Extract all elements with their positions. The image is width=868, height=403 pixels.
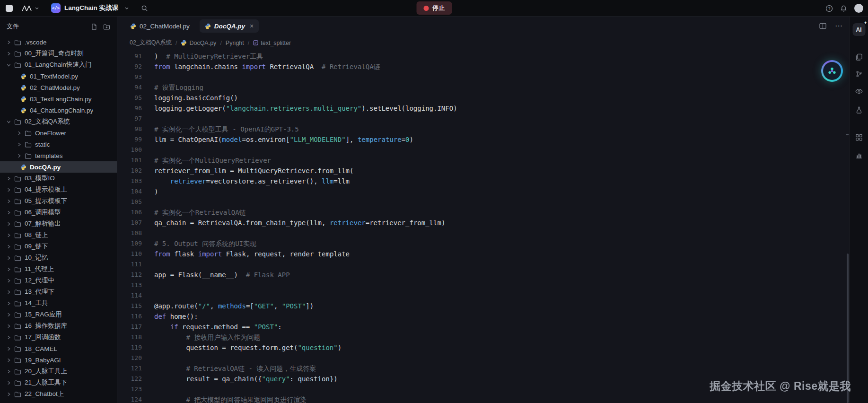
- code-line[interactable]: 92from langchain.chains import Retrieval…: [117, 61, 849, 72]
- tree-item[interactable]: 15_RAG应用: [0, 309, 117, 320]
- tree-item[interactable]: 12_代理中: [0, 275, 117, 286]
- chevron-right-icon[interactable]: [7, 313, 14, 317]
- code-line[interactable]: 96logging.getLogger("langchain.retriever…: [117, 103, 849, 114]
- code-line[interactable]: 116def home():: [117, 311, 849, 322]
- breadcrumb-item[interactable]: 02_文档QA系统: [130, 39, 172, 47]
- assistant-avatar[interactable]: [821, 60, 843, 82]
- tree-item[interactable]: 09_链下: [0, 241, 117, 252]
- code-line[interactable]: 101# 实例化一个MultiQueryRetriever: [117, 155, 849, 166]
- chevron-right-icon[interactable]: [7, 301, 14, 306]
- tree-item[interactable]: 16_操作数据库: [0, 320, 117, 332]
- code-line[interactable]: 124 # 把大模型的回答结果返回网页进行渲染: [117, 394, 849, 403]
- help-icon[interactable]: ?: [825, 5, 833, 12]
- tree-item[interactable]: 04_ChatLongChain.py: [0, 105, 117, 116]
- chevron-down-icon[interactable]: [7, 63, 14, 67]
- chevron-right-icon[interactable]: [7, 335, 14, 340]
- chevron-right-icon[interactable]: [7, 210, 14, 215]
- search-icon[interactable]: [141, 5, 148, 12]
- tree-item[interactable]: 18_CAMEL: [0, 343, 117, 354]
- stop-button[interactable]: 停止: [416, 1, 452, 15]
- breadcrumb-item[interactable]: DocQA.py: [181, 40, 216, 46]
- tree-item[interactable]: 07_解析输出: [0, 218, 117, 229]
- flask-icon[interactable]: [856, 106, 862, 114]
- window-icon[interactable]: [6, 5, 13, 12]
- chevron-right-icon[interactable]: [7, 188, 14, 192]
- editor-tab[interactable]: 02_ChatModel.py: [125, 20, 195, 33]
- workspace-switcher[interactable]: </> LangChain 实战课: [51, 3, 129, 13]
- code-line[interactable]: 94# 设置Logging: [117, 82, 849, 93]
- chevron-right-icon[interactable]: [7, 324, 14, 328]
- chevron-right-icon[interactable]: [7, 222, 14, 226]
- chevron-right-icon[interactable]: [7, 233, 14, 237]
- tree-item[interactable]: 02_文档QA系统: [0, 116, 117, 127]
- tree-item[interactable]: 00_开篇词_奇点时刻: [0, 48, 117, 59]
- code-line[interactable]: 112app = Flask(__name__) # Flask APP: [117, 270, 849, 280]
- code-line[interactable]: 115@app.route("/", methods=["GET", "POST…: [117, 301, 849, 311]
- eye-icon[interactable]: [855, 88, 863, 94]
- chevron-down-icon[interactable]: [35, 7, 39, 9]
- chevron-right-icon[interactable]: [7, 256, 14, 260]
- code-line[interactable]: 105: [117, 197, 849, 207]
- chevron-right-icon[interactable]: [7, 176, 14, 181]
- chevron-down-icon[interactable]: [7, 120, 14, 124]
- code-line[interactable]: 119 question = request.form.get("questio…: [117, 342, 849, 353]
- chevron-right-icon[interactable]: [7, 290, 14, 294]
- code-line[interactable]: 97: [117, 114, 849, 124]
- chevron-right-icon[interactable]: [7, 52, 14, 56]
- code-line[interactable]: 108: [117, 228, 849, 238]
- tree-item[interactable]: 01_LangChain快速入门: [0, 59, 117, 70]
- code-line[interactable]: 93: [117, 72, 849, 82]
- chevron-right-icon[interactable]: [7, 358, 14, 362]
- chevron-right-icon[interactable]: [7, 279, 14, 283]
- code-line[interactable]: 95logging.basicConfig(): [117, 93, 849, 103]
- tree-item[interactable]: static: [0, 139, 117, 150]
- code-line[interactable]: 99llm = ChatOpenAI(model=os.environ["LLM…: [117, 134, 849, 145]
- code-line[interactable]: 114: [117, 290, 849, 301]
- tree-item[interactable]: 13_代理下: [0, 286, 117, 298]
- tree-item[interactable]: 17_回调函数: [0, 332, 117, 343]
- tree-item[interactable]: 04_提示模板上: [0, 184, 117, 195]
- chevron-right-icon[interactable]: [7, 199, 14, 203]
- tree-item[interactable]: .vscode: [0, 36, 117, 48]
- tree-item[interactable]: 03_TextLangChain.py: [0, 93, 117, 105]
- code-line[interactable]: 120: [117, 353, 849, 363]
- new-file-icon[interactable]: [91, 23, 97, 30]
- files-icon[interactable]: [855, 53, 862, 61]
- grid-icon[interactable]: [855, 134, 862, 141]
- tree-item[interactable]: 10_记忆: [0, 252, 117, 263]
- tree-item[interactable]: 08_链上: [0, 229, 117, 241]
- code-line[interactable]: 103 retriever=vectorstore.as_retriever()…: [117, 176, 849, 186]
- tree-item-selected[interactable]: DocQA.py: [0, 161, 117, 173]
- chevron-right-icon[interactable]: [7, 347, 14, 351]
- code-line[interactable]: 91) # MultiQueryRetriever工具: [117, 51, 849, 61]
- tree-item[interactable]: 02_ChatModel.py: [0, 82, 117, 93]
- split-editor-icon[interactable]: [819, 23, 826, 29]
- tree-item[interactable]: 20_人脉工具上: [0, 366, 117, 377]
- chevron-right-icon[interactable]: [17, 142, 25, 147]
- tree-item[interactable]: 11_代理上: [0, 263, 117, 275]
- tree-item[interactable]: templates: [0, 150, 117, 161]
- tree-item[interactable]: OneFlower: [0, 127, 117, 139]
- chevron-right-icon[interactable]: [7, 392, 14, 396]
- bell-icon[interactable]: [840, 5, 847, 12]
- scrollbar[interactable]: [846, 17, 849, 403]
- chevron-right-icon[interactable]: [7, 245, 14, 249]
- breadcrumb-item[interactable]: text_splitter: [253, 40, 291, 46]
- git-branch-icon[interactable]: [855, 70, 862, 78]
- tree-item[interactable]: 01_TextModel.py: [0, 70, 117, 82]
- tree-item[interactable]: 14_工具: [0, 298, 117, 309]
- code-line[interactable]: 113: [117, 280, 849, 290]
- chevron-right-icon[interactable]: [7, 369, 14, 374]
- code-line[interactable]: 106# 实例化一个RetrievalQA链: [117, 207, 849, 218]
- tree-item[interactable]: 03_模型IO: [0, 173, 117, 184]
- ai-assistant-button[interactable]: AI ✦: [852, 23, 865, 36]
- breadcrumb-item[interactable]: Pyright: [226, 40, 244, 46]
- new-folder-icon[interactable]: [103, 24, 110, 30]
- chevron-right-icon[interactable]: [7, 381, 14, 385]
- code-line[interactable]: 107qa_chain = RetrievalQA.from_chain_typ…: [117, 218, 849, 228]
- code-line[interactable]: 118 # 接收用户输入作为问题: [117, 332, 849, 342]
- more-options-icon[interactable]: ⋯: [835, 22, 842, 30]
- tree-item[interactable]: 06_调用模型: [0, 207, 117, 218]
- chevron-right-icon[interactable]: [17, 154, 25, 158]
- app-logo-icon[interactable]: [21, 5, 32, 11]
